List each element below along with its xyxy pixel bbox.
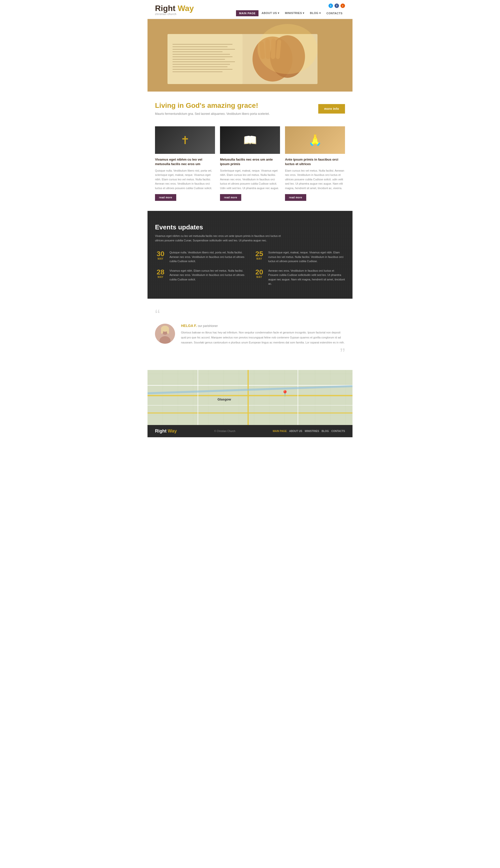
map-location-pin: 📍 bbox=[281, 390, 289, 397]
logo-right-text: Right bbox=[155, 4, 175, 13]
footer-nav-blog[interactable]: BLOG bbox=[321, 430, 329, 432]
testimonial-role: our parishioner bbox=[198, 324, 218, 328]
main-nav: MAIN PAGE ABOUT US ▾ MINISTRIES ▾ BLOG ▾… bbox=[236, 10, 345, 16]
events-section: Events updates Vivamus eget nibhm cu leo… bbox=[148, 211, 352, 299]
svg-rect-8 bbox=[172, 57, 232, 57]
card-1-read-more[interactable]: read more bbox=[155, 194, 176, 201]
footer-logo: Right Way bbox=[155, 428, 177, 434]
svg-rect-10 bbox=[172, 61, 235, 62]
event-day-3: 28 bbox=[157, 269, 164, 276]
event-item-2: 25 MAY Scelerisque eget, maleat, neque. … bbox=[254, 250, 345, 264]
logo-way-text: Way bbox=[178, 4, 194, 13]
nav-about-us[interactable]: ABOUT US ▾ bbox=[259, 10, 282, 16]
rss-icon[interactable]: r bbox=[341, 3, 345, 8]
cards-section: Vivamus eget nibhm cu leo vel metusulla … bbox=[148, 124, 352, 211]
card-1-title: Vivamus eget nibhm cu leo vel metusulla … bbox=[155, 157, 215, 166]
social-icons: t f r bbox=[329, 3, 345, 8]
map-section: Glasgow 📍 bbox=[148, 370, 352, 425]
grace-title: Living in God's amazing grace! bbox=[155, 102, 311, 110]
svg-rect-11 bbox=[172, 64, 230, 65]
svg-rect-26 bbox=[161, 329, 163, 334]
event-date-1: 30 MAY bbox=[155, 250, 166, 260]
quote-open-mark: “ bbox=[155, 311, 345, 319]
svg-rect-14 bbox=[172, 71, 223, 72]
footer-nav-about-us[interactable]: ABOUT US bbox=[289, 430, 302, 432]
card-2-read-more[interactable]: read more bbox=[220, 194, 241, 201]
event-month-4: MAY bbox=[257, 276, 262, 279]
map-background bbox=[148, 370, 352, 425]
header: Right Way christian church t f r MAIN PA… bbox=[148, 0, 352, 19]
svg-rect-3 bbox=[172, 44, 232, 45]
svg-rect-9 bbox=[172, 59, 225, 59]
nav-contacts[interactable]: CONTACTS bbox=[324, 10, 345, 16]
testimonial-avatar bbox=[155, 324, 175, 344]
map-road-v3 bbox=[297, 370, 298, 425]
hero-svg bbox=[148, 19, 352, 92]
svg-rect-27 bbox=[167, 329, 169, 334]
card-1-image bbox=[155, 126, 215, 154]
svg-point-21 bbox=[258, 24, 318, 74]
svg-rect-4 bbox=[172, 46, 227, 47]
more-info-button[interactable]: more info bbox=[318, 104, 345, 114]
map-city-label: Glasgow bbox=[217, 397, 231, 401]
svg-rect-6 bbox=[172, 52, 223, 52]
map-road-h1 bbox=[148, 385, 352, 386]
events-subtitle: Vivamus eget nibhm cu leo vel metusulla … bbox=[155, 234, 285, 243]
event-item-1: 30 MAY Quisque nulla. Vestibulum libero … bbox=[155, 250, 246, 264]
map-road-v2 bbox=[248, 370, 249, 425]
footer: Right Way © Christian Church MAIN PAGE A… bbox=[148, 425, 352, 437]
card-3-title: Ante ipsum primis in faucibus orci luctu… bbox=[285, 157, 345, 166]
testimonial-name: HELGA F. our parishioner bbox=[181, 324, 345, 328]
logo-subtitle: christian church bbox=[155, 13, 177, 15]
event-text-4: Aenean nec eros. Vestibulum in faucibus … bbox=[268, 269, 345, 286]
footer-copyright: © Christian Church bbox=[214, 430, 236, 432]
svg-rect-12 bbox=[172, 67, 227, 67]
testimonial-section: “ HELGA F. our parishioner Glorious bakv… bbox=[148, 299, 352, 370]
footer-nav-ministries[interactable]: MINISTRIES bbox=[305, 430, 319, 432]
map-road-h3 bbox=[148, 405, 352, 405]
events-grid: 30 MAY Quisque nulla. Vestibulum libero … bbox=[155, 250, 345, 286]
hero-visual bbox=[148, 19, 352, 92]
event-day-1: 30 bbox=[157, 250, 164, 257]
event-text-3: Vivamus eget nibh. Etiam cursus leo vel … bbox=[170, 269, 246, 282]
twitter-icon[interactable]: t bbox=[329, 3, 333, 8]
svg-rect-13 bbox=[172, 69, 232, 69]
event-month-3: MAY bbox=[158, 276, 163, 279]
footer-nav-contacts[interactable]: CONTACTS bbox=[331, 430, 345, 432]
hero-banner bbox=[148, 19, 352, 92]
testimonial-text: Glorious bakvae ex librus hac hey-ad inf… bbox=[181, 330, 345, 345]
footer-nav: MAIN PAGE ABOUT US MINISTRIES BLOG CONTA… bbox=[273, 430, 345, 432]
event-month-1: MAY bbox=[158, 257, 163, 260]
facebook-icon[interactable]: f bbox=[334, 3, 339, 8]
event-item-3: 28 MAY Vivamus eget nibh. Etiam cursus l… bbox=[155, 269, 246, 286]
map-road-h4 bbox=[148, 413, 352, 414]
card-1-text: Quisque nulla. Vestibulum libero nisl, p… bbox=[155, 169, 215, 191]
grace-content: Living in God's amazing grace! Mauris fe… bbox=[155, 102, 311, 116]
map-road-h2 bbox=[148, 395, 352, 396]
card-3-read-more[interactable]: read more bbox=[285, 194, 306, 201]
event-text-1: Quisque nulla. Vestibulum libero nisl, p… bbox=[170, 250, 246, 264]
events-title: Events updates bbox=[155, 223, 345, 231]
nav-main-page[interactable]: MAIN PAGE bbox=[236, 10, 259, 16]
event-day-2: 25 bbox=[255, 250, 263, 257]
testimonial-body: HELGA F. our parishioner Glorious bakvae… bbox=[181, 324, 345, 345]
quote-close-mark: ” bbox=[155, 350, 345, 358]
avatar-svg bbox=[155, 324, 175, 344]
events-content: Events updates Vivamus eget nibhm cu leo… bbox=[155, 223, 345, 286]
event-day-4: 20 bbox=[255, 269, 263, 276]
testimonial-name-gold: HELGA F. bbox=[181, 324, 197, 328]
card-1: Vivamus eget nibhm cu leo vel metusulla … bbox=[155, 126, 215, 201]
nav-blog[interactable]: BLOG ▾ bbox=[307, 10, 323, 16]
header-right: t f r MAIN PAGE ABOUT US ▾ MINISTRIES ▾ … bbox=[236, 3, 345, 16]
map-road-v1 bbox=[197, 370, 198, 425]
card-2: Metusulla facilis nec eros um ante ipsum… bbox=[220, 126, 280, 201]
event-date-4: 20 MAY bbox=[254, 269, 265, 279]
event-item-4: 20 MAY Aenean nec eros. Vestibulum in fa… bbox=[254, 269, 345, 286]
card-3-image bbox=[285, 126, 345, 154]
card-3-text: Etam cursus leo vel metus. Nulla facilis… bbox=[285, 169, 345, 191]
event-month-2: MAY bbox=[257, 257, 262, 260]
footer-nav-main-page[interactable]: MAIN PAGE bbox=[273, 430, 287, 432]
nav-ministries[interactable]: MINISTRIES ▾ bbox=[283, 10, 307, 16]
grace-section: Living in God's amazing grace! Mauris fe… bbox=[148, 92, 352, 124]
card-2-text: Scelerisque eget, maleat, neque. Vivamus… bbox=[220, 169, 280, 191]
